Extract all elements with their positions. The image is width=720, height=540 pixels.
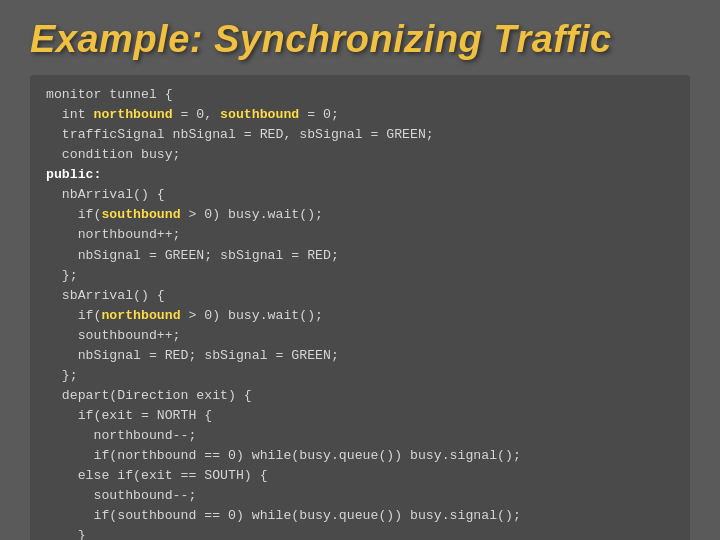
code-block: monitor tunnel { int northbound = 0, sou… (30, 75, 690, 540)
slide: Example: Synchronizing Traffic monitor t… (0, 0, 720, 540)
slide-title: Example: Synchronizing Traffic (30, 18, 690, 61)
